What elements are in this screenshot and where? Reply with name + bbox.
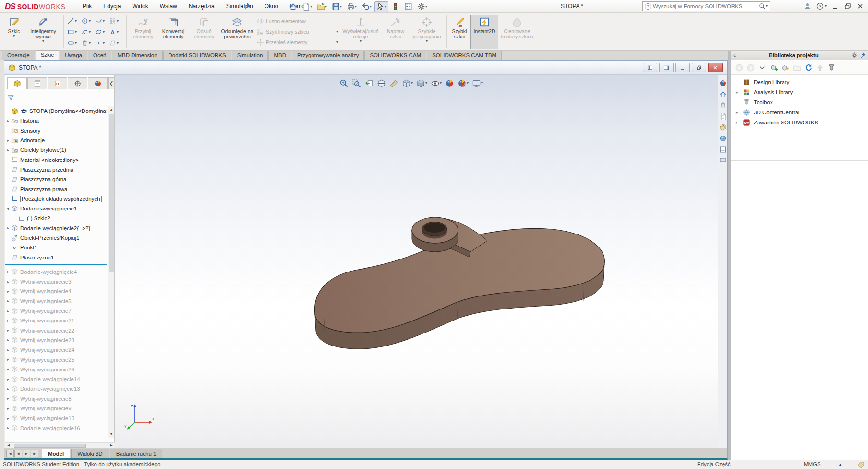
expand-icon[interactable]: ▸ xyxy=(5,319,11,323)
tree-item-wytnij-wyci-gni-cie25[interactable]: ▸Wytnij-wyciągnięcie25 xyxy=(5,355,107,364)
menu-simulation[interactable]: Simulation xyxy=(220,0,259,12)
sketch-tool-spline[interactable]: ▾ xyxy=(95,15,109,26)
ribbon-instant2d[interactable]: Instant2D xyxy=(470,15,498,49)
expand-icon[interactable]: ▸ xyxy=(5,289,11,294)
tree-item-wytnij-wyci-gni-cie3[interactable]: ▸Wytnij-wyciągnięcie3 xyxy=(5,277,107,286)
tree-item-obiekty-bry-owe-1[interactable]: ▸Obiekty bryłowe(1) xyxy=(5,145,107,155)
doc-pane-left-button[interactable] xyxy=(643,63,657,72)
tree-item-wytnij-wyci-gni-cie8[interactable]: ▸Wytnij-wyciągnięcie8 xyxy=(5,394,107,404)
menu-wstaw[interactable]: Wstaw xyxy=(154,0,183,12)
tree-item-wytnij-wyci-gni-cie26[interactable]: ▸Wytnij-wyciągnięcie26 xyxy=(5,365,107,374)
menu-widok[interactable]: Widok xyxy=(126,0,154,12)
dropdown-caret-icon[interactable]: ▾ xyxy=(385,5,386,9)
select-cursor-button[interactable]: ▾ xyxy=(374,1,388,12)
tree-item-sensory[interactable]: Sensory xyxy=(5,126,107,136)
sketch-tool-text[interactable]: A▾ xyxy=(109,26,123,37)
sketch-tool-line[interactable]: ▾ xyxy=(67,15,81,26)
ribbon-przytnij-elementy[interactable]: Przytnij elementy xyxy=(129,15,157,49)
dropdown-caret-icon[interactable]: ▾ xyxy=(370,5,372,9)
tp-create-folder-icon[interactable] xyxy=(793,63,801,72)
strip-material-ball-icon[interactable] xyxy=(719,135,727,142)
tp-caret-down-icon[interactable] xyxy=(758,63,767,72)
library-item-3d-contentcentral[interactable]: ▸3D ContentCentral xyxy=(731,107,868,117)
panel-tab-featuremanager[interactable] xyxy=(7,77,27,89)
strip-screen-icon[interactable] xyxy=(719,157,727,164)
tree-item-p-aszczyzna-przednia[interactable]: Płaszczyzna przednia xyxy=(5,165,107,174)
expand-icon[interactable]: ▸ xyxy=(5,270,11,274)
library-item-zawarto-solidworks[interactable]: ▸SWZawartość SOLIDWORKS xyxy=(731,117,868,127)
dropdown-caret-icon[interactable]: ▾ xyxy=(89,30,91,34)
tree-filter-row[interactable] xyxy=(7,93,108,103)
model-tab-badanie-ruchu-1[interactable]: Badanie ruchu 1 xyxy=(110,449,163,458)
menu-edycja[interactable]: Edycja xyxy=(97,0,126,12)
user-button[interactable] xyxy=(804,2,811,10)
tree-item-dodanie-wyci-gni-cie13[interactable]: ▸Dodanie-wyciągnięcie13 xyxy=(5,384,107,394)
search-box[interactable]: ? ▾ xyxy=(642,1,770,11)
sketch-tool-slot[interactable]: ▾ xyxy=(67,37,81,49)
tree-item-obiekt-przenie-kopiuj1[interactable]: Obiekt-Przenieś/Kopiuj1 xyxy=(5,233,107,243)
expand-icon[interactable]: ▾ xyxy=(5,207,11,211)
tree-item-wytnij-wyci-gni-cie4[interactable]: ▸Wytnij-wyciągnięcie4 xyxy=(5,286,107,296)
tree-item-p-aszczyzna1[interactable]: Płaszczyzna1 xyxy=(5,252,107,262)
dropdown-caret-icon[interactable]: ▾ xyxy=(13,34,15,38)
scroll-left-icon[interactable]: ◀ xyxy=(5,444,12,447)
strip-trash-icon[interactable] xyxy=(719,101,727,109)
document-titlebar[interactable]: STOPA * xyxy=(4,61,727,75)
dropdown-caret-icon[interactable]: ▾ xyxy=(325,5,327,9)
panel-tab-propertymanager[interactable] xyxy=(27,77,47,89)
sketch-tool-point[interactable]: ▾ xyxy=(95,37,109,49)
ribbon-przenie-elementy[interactable]: Przenieś elementy▾ xyxy=(256,37,338,48)
tp-refresh-icon[interactable] xyxy=(804,63,813,72)
expand-icon[interactable]: ▸ xyxy=(5,377,11,382)
print-button[interactable]: ▾ xyxy=(345,1,359,12)
expand-icon[interactable]: ▸ xyxy=(5,407,11,411)
dropdown-caret-icon[interactable]: ▾ xyxy=(89,41,91,45)
expand-icon[interactable]: ▸ xyxy=(5,387,11,391)
tree-item-punkt1[interactable]: Punkt1 xyxy=(5,243,107,252)
scroll-thumb[interactable] xyxy=(108,114,114,272)
ribbon-wy-wietlaj-usu-relacje[interactable]: Wyświetlaj/usuń relacje▾ xyxy=(339,15,382,49)
panel-tab-displaymanager[interactable] xyxy=(88,77,108,89)
model-tab-model[interactable]: Model xyxy=(42,449,70,458)
doc-close-button[interactable] xyxy=(708,63,723,72)
ribbon-cieniowane-kontury-szkicu[interactable]: Cieniowane kontury szkicu xyxy=(499,15,535,49)
save-button[interactable]: ▾ xyxy=(330,1,344,12)
panel-tab-configurationmanager[interactable]: B xyxy=(48,77,67,89)
dropdown-caret-icon[interactable]: ▾ xyxy=(336,40,338,44)
sketch-tool-sketch-pattern[interactable]: ▾ xyxy=(109,15,123,26)
tree-item-dodanie-wyci-gni-cie2[interactable]: ▸Dodanie-wyciągnięcie2{ ->?} xyxy=(5,223,107,233)
tab-szkic[interactable]: Szkic xyxy=(36,50,59,60)
tree-item-dodanie-wyci-gni-cie4[interactable]: ▸Dodanie-wyciągnięcie4 xyxy=(5,267,107,277)
help-button[interactable]: ?▾ xyxy=(816,2,827,10)
graphics-viewport[interactable]: ▾▾▾▾▾ xyxy=(115,75,718,448)
expand-icon[interactable]: ▸ xyxy=(5,367,11,371)
tree-item-wytnij-wyci-gni-cie5[interactable]: ▸Wytnij-wyciągnięcie5 xyxy=(5,296,107,306)
tree-item-p-aszczyzna-g-rna[interactable]: Płaszczyzna górna xyxy=(5,174,107,184)
sketch-tool-arc[interactable]: ▾ xyxy=(81,26,95,37)
dropdown-caret-icon[interactable]: ▾ xyxy=(42,39,44,43)
part-model[interactable] xyxy=(115,75,718,448)
dropdown-caret-icon[interactable]: ▾ xyxy=(336,30,338,34)
home-button[interactable] xyxy=(287,1,299,12)
sketch-tool-ellipse[interactable]: ▾ xyxy=(95,26,109,37)
tp-move-up-icon[interactable] xyxy=(816,63,824,72)
search-caret-icon[interactable]: ▾ xyxy=(766,4,768,8)
search-icon[interactable] xyxy=(759,3,766,10)
sketch-tool-circle[interactable]: ▾ xyxy=(81,15,95,26)
doc-pane-right-button[interactable] xyxy=(659,63,674,72)
dropdown-caret-icon[interactable]: ▾ xyxy=(117,41,119,45)
dropdown-caret-icon[interactable]: ▾ xyxy=(75,19,77,23)
scroll-up-icon[interactable]: ▲ xyxy=(108,106,115,113)
dropdown-caret-icon[interactable]: ▾ xyxy=(355,5,357,9)
ribbon-napraw-szkic[interactable]: Napraw szkic xyxy=(383,15,409,49)
sketch-tool-trash[interactable]: ▾ xyxy=(81,37,95,49)
open-button[interactable]: ▾ xyxy=(315,1,329,12)
dropdown-caret-icon[interactable]: ▾ xyxy=(75,30,77,34)
panel-tab-dimxpertmanager[interactable] xyxy=(68,77,87,89)
tree-vertical-scrollbar[interactable]: ▲ ▼ xyxy=(108,106,114,438)
ribbon-odsuni-cie-na-powierzchni[interactable]: Odsunięcie na powierzchni xyxy=(219,15,255,49)
expand-icon[interactable]: ▸ xyxy=(5,119,11,123)
tree-item-pocz-tek-uk-adu-wsp-rz-dnych[interactable]: Początek układu współrzędnych xyxy=(5,194,107,204)
tab-operacje[interactable]: Operacje xyxy=(2,51,35,60)
dropdown-caret-icon[interactable]: ▾ xyxy=(117,19,119,23)
